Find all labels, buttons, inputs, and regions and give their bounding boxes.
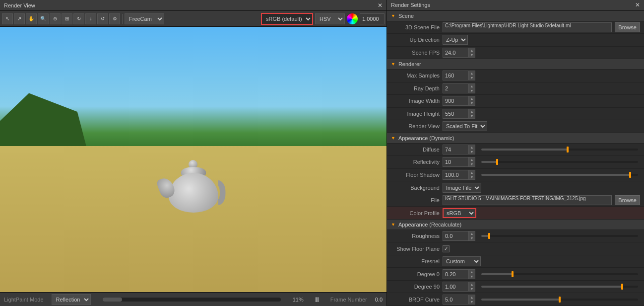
reflectivity-input[interactable] [443,157,468,167]
diffuse-down[interactable]: ▼ [469,150,475,154]
degree0-spinner: ▲ ▼ [443,269,475,279]
file-browse-button[interactable]: Browse [615,195,640,205]
appearance-dynamic-section-header[interactable]: ▼ Appearance (Dynamic) [387,133,644,144]
scene-fps-up[interactable]: ▲ [469,48,475,53]
scene-file-browse-button[interactable]: Browse [615,22,640,32]
roughness-down[interactable]: ▼ [469,236,475,240]
max-samples-input[interactable] [443,71,468,80]
degree0-slider-track[interactable] [481,273,638,275]
degree90-input[interactable] [443,282,468,292]
brdf-curve-slider-track[interactable] [481,299,638,301]
select-tool-icon[interactable]: ↗ [14,13,25,24]
progress-bar-fill [103,298,123,302]
color-profile-select[interactable]: sRGB Linear Gamma [443,208,476,218]
play-pause-button[interactable]: ⏸ [312,296,322,304]
brdf-curve-down[interactable]: ▼ [469,300,475,304]
diffuse-up[interactable]: ▲ [469,145,475,150]
degree90-up[interactable]: ▲ [469,282,475,287]
refresh-icon[interactable]: ↺ [97,13,108,24]
fresnel-select[interactable]: Custom Conductor Dielectric [443,256,481,266]
scene-file-path[interactable]: C:\Program Files\Lightmap\HDR Light Stud… [443,22,612,32]
scene-section-label: Scene [398,13,414,19]
up-direction-select[interactable]: Z-Up [443,35,468,45]
roughness-slider-thumb [488,233,490,239]
degree90-row: Degree 90 ▲ ▼ [387,281,644,294]
degree0-slider-thumb [512,271,514,277]
pan-tool-icon[interactable]: ✋ [26,13,37,24]
brdf-curve-input[interactable] [443,295,468,305]
floor-shadow-up[interactable]: ▲ [469,170,475,175]
arrow-tool-icon[interactable]: ↖ [2,13,13,24]
frame-number-value: 0.0 [375,297,383,303]
image-width-label: Image Width [395,98,440,104]
image-height-input[interactable] [443,109,468,119]
image-width-arrows: ▲ ▼ [468,96,475,106]
roughness-input[interactable] [443,231,468,241]
reflectivity-down[interactable]: ▼ [469,162,475,166]
degree0-input[interactable] [443,269,468,279]
reflectivity-slider-track[interactable] [481,161,638,163]
floor-shadow-slider-track[interactable] [481,174,638,176]
render-view-select[interactable]: Scaled To Fit Actual Size Stretch [443,121,487,131]
image-height-up[interactable]: ▲ [469,109,475,114]
ray-depth-up[interactable]: ▲ [469,84,475,88]
srgb-dropdown[interactable]: sRGB (default) [261,13,313,25]
roughness-arrows: ▲ ▼ [468,231,475,241]
degree0-up[interactable]: ▲ [469,270,475,274]
scene-fps-down[interactable]: ▼ [469,53,475,57]
scene-section-header[interactable]: ▼ Scene [387,11,644,21]
roughness-slider-track[interactable] [481,235,638,237]
degree90-down[interactable]: ▼ [469,287,475,291]
roughness-label: Roughness [395,233,440,239]
settings-icon[interactable]: ⚙ [109,13,120,24]
ray-depth-down[interactable]: ▼ [469,88,475,93]
roughness-up[interactable]: ▲ [469,231,475,236]
down-icon[interactable]: ↓ [85,13,96,24]
camera-select[interactable]: FreeCam [125,13,164,24]
lightpaint-mode-select[interactable]: Reflection [52,294,91,305]
floor-shadow-spinner: ▲ ▼ [443,170,475,180]
hsv-select[interactable]: HSV [315,13,345,24]
renderer-section-header[interactable]: ▼ Renderer [387,59,644,70]
zoom-in-icon[interactable]: 🔍 [38,13,49,24]
fit-icon[interactable]: ⊞ [62,13,72,24]
render-canvas [0,27,386,292]
degree90-slider-fill [481,286,622,288]
degree0-down[interactable]: ▼ [469,274,475,279]
reflectivity-label: Reflectivity [395,159,440,165]
file-path[interactable]: IGHT STUDIO 5 - MAIN/IMAGES FOR TESTING/… [443,195,612,205]
render-view-close-button[interactable]: ✕ [378,2,383,9]
reflectivity-spinner: ▲ ▼ [443,157,475,167]
ray-depth-label: Ray Depth [395,85,440,91]
diffuse-input[interactable] [443,145,468,154]
degree90-slider-track[interactable] [481,286,638,288]
settings-close-button[interactable]: ✕ [635,1,640,8]
image-width-down[interactable]: ▼ [469,101,475,105]
ray-depth-input[interactable] [443,83,468,93]
ray-depth-arrows: ▲ ▼ [468,83,475,93]
floor-shadow-input[interactable] [443,170,468,180]
render-status-bar: LightPaint Mode Reflection 11% ⏸ Frame N… [0,292,386,306]
rotate-icon[interactable]: ↻ [73,13,84,24]
scene-fps-input[interactable] [443,48,468,58]
roughness-spinner: ▲ ▼ [443,231,475,241]
brdf-curve-up[interactable]: ▲ [469,295,475,300]
max-samples-up[interactable]: ▲ [469,71,475,76]
diffuse-slider-track[interactable] [481,149,638,151]
zoom-out-icon[interactable]: ⊖ [50,13,61,24]
image-width-input[interactable] [443,96,468,106]
floor-shadow-down[interactable]: ▼ [469,175,475,179]
brdf-curve-row: BRDF Curve ▲ ▼ [387,293,644,306]
reflectivity-up[interactable]: ▲ [469,157,475,162]
color-wheel-icon[interactable] [347,13,358,24]
appearance-recalc-section-header[interactable]: ▼ Appearance (Recalculate) [387,220,644,230]
max-samples-arrows: ▲ ▼ [468,71,475,80]
background-select[interactable]: Image File Color None [443,183,481,193]
up-direction-row: Up Direction Z-Up [387,34,644,47]
color-profile-row: Color Profile sRGB Linear Gamma [387,207,644,220]
exposure-value: 1.0000 [360,13,385,24]
image-width-up[interactable]: ▲ [469,96,475,101]
show-floor-plane-checkbox[interactable]: ✓ [443,245,450,252]
image-height-down[interactable]: ▼ [469,114,475,118]
max-samples-down[interactable]: ▼ [469,76,475,80]
